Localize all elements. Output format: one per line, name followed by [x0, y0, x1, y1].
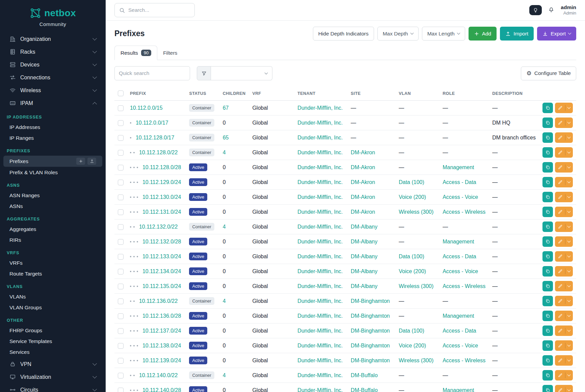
sidebar-item-connections[interactable]: Connections — [4, 71, 102, 84]
row-checkbox[interactable] — [118, 105, 124, 111]
column-header-vlan[interactable]: VLAN — [395, 86, 439, 101]
vlan-link[interactable]: Voice (200) — [399, 268, 426, 274]
row-checkbox[interactable] — [118, 239, 124, 245]
children-link[interactable]: 4 — [223, 224, 226, 230]
sidebar-item-ip-addresses[interactable]: IP Addresses — [3, 122, 102, 132]
row-checkbox[interactable] — [118, 343, 124, 349]
sidebar-item-fhrp-groups[interactable]: FHRP Groups — [3, 325, 102, 336]
edit-button[interactable] — [555, 340, 573, 351]
sidebar-item-ipam[interactable]: 123IPAM — [4, 97, 102, 109]
vlan-link[interactable]: Data (100) — [399, 328, 424, 334]
copy-button[interactable] — [542, 103, 553, 113]
copy-button[interactable] — [542, 355, 553, 366]
tenant-link[interactable]: Dunder-Mifflin, Inc. — [297, 313, 343, 319]
column-header-role[interactable]: ROLE — [439, 86, 489, 101]
tenant-link[interactable]: Dunder-Mifflin, Inc. — [297, 298, 343, 304]
tenant-link[interactable]: Dunder-Mifflin, Inc. — [297, 150, 343, 155]
prefix-link[interactable]: 10.112.132.0/22 — [139, 224, 178, 230]
site-link[interactable]: DM-Akron — [351, 209, 375, 215]
tenant-link[interactable]: Dunder-Mifflin, Inc. — [297, 120, 343, 126]
sidebar-item-circuits[interactable]: Circuits — [4, 384, 102, 392]
site-link[interactable]: DM-Akron — [351, 194, 375, 200]
column-header-vrf[interactable]: VRF — [249, 86, 294, 101]
sidebar-item-prefix-vlan-roles[interactable]: Prefix & VLAN Roles — [3, 167, 102, 178]
import-button[interactable]: Import — [500, 27, 534, 41]
copy-button[interactable] — [542, 325, 553, 336]
prefix-link[interactable]: 10.112.140.0/28 — [142, 387, 181, 392]
row-checkbox[interactable] — [118, 298, 124, 304]
children-link[interactable]: 4 — [223, 372, 226, 378]
sidebar-item-ip-ranges[interactable]: IP Ranges — [3, 133, 102, 143]
copy-button[interactable] — [542, 296, 553, 306]
column-header-tenant[interactable]: TENANT — [294, 86, 347, 101]
copy-button[interactable] — [542, 221, 553, 232]
copy-button[interactable] — [542, 117, 553, 128]
filter-button[interactable] — [197, 66, 211, 80]
edit-button[interactable] — [555, 325, 573, 336]
tenant-link[interactable]: Dunder-Mifflin, Inc. — [297, 209, 343, 215]
role-link[interactable]: Access - Data — [443, 328, 476, 334]
role-link[interactable]: Access - Voice — [443, 194, 478, 200]
prefix-link[interactable]: 10.112.128.0/17 — [136, 135, 174, 140]
prefix-link[interactable]: 10.112.136.0/22 — [139, 298, 178, 304]
hide-depth-indicators-button[interactable]: Hide Depth Indicators — [313, 27, 374, 41]
site-link[interactable]: DM-Buffalo — [351, 387, 378, 392]
row-checkbox[interactable] — [118, 180, 124, 185]
saved-filter-select[interactable] — [211, 66, 272, 80]
site-link[interactable]: DM-Binghamton — [351, 313, 390, 319]
sidebar-item-wireless[interactable]: Wireless — [4, 84, 102, 97]
role-link[interactable]: Access - Data — [443, 254, 476, 259]
edit-button[interactable] — [555, 370, 573, 381]
sidebar-item-vlans[interactable]: VLANs — [3, 291, 102, 302]
edit-button[interactable] — [555, 311, 573, 321]
tenant-link[interactable]: Dunder-Mifflin, Inc. — [297, 164, 343, 170]
site-link[interactable]: DM-Binghamton — [351, 298, 390, 304]
tenant-link[interactable]: Dunder-Mifflin, Inc. — [297, 105, 343, 111]
row-checkbox[interactable] — [118, 150, 124, 156]
sidebar-item-service-templates[interactable]: Service Templates — [3, 336, 102, 346]
vlan-link[interactable]: Wireless (300) — [399, 209, 433, 215]
prefix-link[interactable]: 10.112.128.0/22 — [139, 150, 178, 155]
prefix-link[interactable]: 10.112.131.0/24 — [142, 209, 181, 215]
role-link[interactable]: Management — [443, 387, 474, 392]
site-link[interactable]: DM-Albany — [351, 283, 377, 289]
tenant-link[interactable]: Dunder-Mifflin, Inc. — [297, 343, 343, 348]
edit-button[interactable] — [555, 207, 573, 217]
row-checkbox[interactable] — [118, 135, 124, 141]
edit-button[interactable] — [555, 192, 573, 202]
prefix-link[interactable]: 10.112.134.0/24 — [142, 268, 181, 274]
edit-button[interactable] — [555, 385, 573, 392]
copy-button[interactable] — [542, 147, 553, 158]
site-link[interactable]: DM-Akron — [351, 164, 375, 170]
edit-button[interactable] — [555, 177, 573, 187]
role-link[interactable]: Access - Data — [443, 179, 476, 185]
vlan-link[interactable]: Data (100) — [399, 254, 424, 259]
column-header-description[interactable]: DESCRIPTION — [489, 86, 539, 101]
copy-button[interactable] — [542, 162, 553, 173]
edit-button[interactable] — [555, 236, 573, 247]
edit-button[interactable] — [555, 355, 573, 366]
tenant-link[interactable]: Dunder-Mifflin, Inc. — [297, 224, 343, 230]
copy-button[interactable] — [542, 177, 553, 187]
vlan-link[interactable]: Data (100) — [399, 179, 424, 185]
row-checkbox[interactable] — [118, 194, 124, 200]
prefix-link[interactable]: 10.112.137.0/24 — [142, 328, 181, 334]
max-length-dropdown[interactable]: Max Length — [422, 27, 465, 41]
column-header-children[interactable]: CHILDREN — [219, 86, 249, 101]
prefix-link[interactable]: 10.112.136.0/28 — [142, 313, 181, 319]
children-link[interactable]: 67 — [223, 105, 229, 111]
prefix-link[interactable]: 10.112.140.0/22 — [139, 372, 178, 378]
edit-button[interactable] — [555, 162, 573, 173]
copy-button[interactable] — [542, 340, 553, 351]
vlan-link[interactable]: Wireless (300) — [399, 358, 433, 363]
column-header-status[interactable]: STATUS — [186, 86, 219, 101]
column-header-prefix[interactable]: PREFIX — [127, 86, 186, 101]
edit-button[interactable] — [555, 251, 573, 262]
role-link[interactable]: Access - Voice — [443, 343, 478, 348]
role-link[interactable]: Access - Wireless — [443, 358, 485, 363]
tenant-link[interactable]: Dunder-Mifflin, Inc. — [297, 135, 343, 140]
site-link[interactable]: DM-Albany — [351, 268, 377, 274]
row-checkbox[interactable] — [118, 388, 124, 392]
quick-search-input[interactable] — [114, 66, 190, 80]
edit-button[interactable] — [555, 132, 573, 143]
